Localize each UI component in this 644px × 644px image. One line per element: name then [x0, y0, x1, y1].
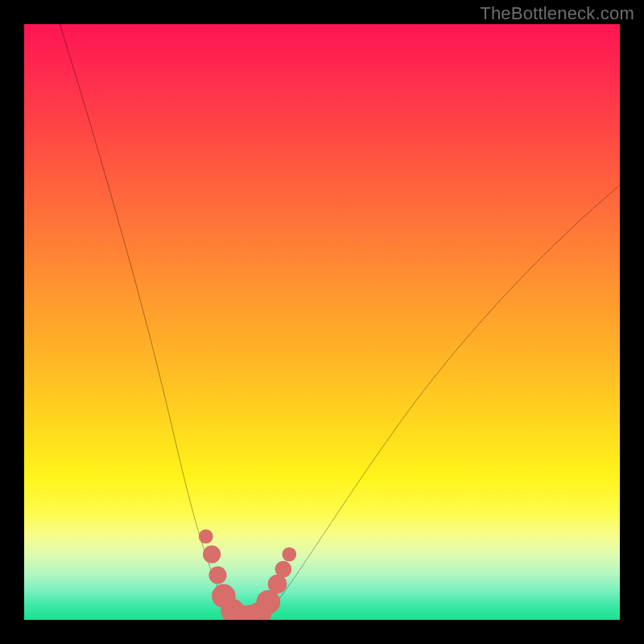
highlight-dot [275, 561, 292, 578]
highlight-dots-group [199, 530, 296, 620]
highlight-dot [199, 530, 213, 544]
highlight-dot [257, 590, 281, 614]
curve-layer [24, 24, 620, 620]
right-branch-curve [262, 185, 620, 620]
plot-area [24, 24, 620, 620]
highlight-dot [208, 566, 226, 584]
highlight-dot [203, 546, 221, 564]
chart-frame: TheBottleneck.com [0, 0, 644, 644]
watermark-text: TheBottleneck.com [480, 3, 634, 24]
highlight-dot [282, 547, 296, 562]
